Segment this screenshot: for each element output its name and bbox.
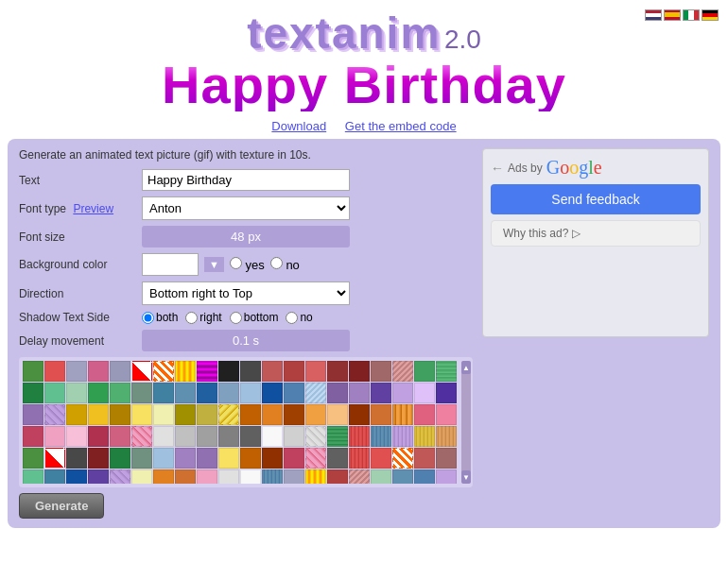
texture-cell[interactable] — [175, 404, 196, 425]
texture-cell[interactable] — [305, 426, 326, 447]
flag-it[interactable] — [683, 9, 700, 21]
why-this-ad-button[interactable]: Why this ad? ▷ — [491, 220, 701, 247]
texture-cell[interactable] — [131, 426, 152, 447]
texture-cell[interactable] — [240, 404, 261, 425]
texture-cell[interactable] — [66, 426, 87, 447]
texture-cell[interactable] — [131, 404, 152, 425]
texture-cell[interactable] — [327, 448, 348, 469]
texture-cell[interactable] — [305, 383, 326, 403]
texture-cell[interactable] — [414, 469, 435, 484]
texture-cell[interactable] — [175, 426, 196, 447]
texture-cell[interactable] — [414, 361, 435, 382]
texture-cell[interactable] — [44, 426, 65, 447]
texture-cell[interactable] — [392, 426, 413, 447]
texture-cell[interactable] — [371, 404, 391, 425]
texture-cell[interactable] — [371, 361, 391, 382]
texture-cell[interactable] — [44, 469, 65, 484]
texture-cell[interactable] — [175, 361, 196, 382]
texture-cell[interactable] — [131, 448, 152, 469]
texture-cell[interactable] — [23, 426, 43, 447]
texture-cell[interactable] — [110, 404, 130, 425]
texture-cell[interactable] — [327, 426, 348, 447]
texture-cell[interactable] — [349, 404, 370, 425]
texture-cell[interactable] — [44, 383, 65, 403]
texture-cell[interactable] — [175, 383, 196, 403]
texture-cell[interactable] — [197, 383, 217, 403]
texture-cell[interactable] — [284, 469, 304, 484]
shadow-right-radio[interactable] — [185, 312, 198, 324]
texture-cell[interactable] — [284, 426, 304, 447]
texture-cell[interactable] — [305, 361, 326, 382]
texture-cell[interactable] — [131, 361, 152, 382]
shadow-both-radio[interactable] — [142, 312, 154, 324]
texture-cell[interactable] — [23, 404, 43, 425]
texture-cell[interactable] — [218, 383, 239, 403]
texture-cell[interactable] — [66, 361, 87, 382]
texture-cell[interactable] — [284, 361, 304, 382]
texture-cell[interactable] — [436, 469, 457, 484]
texture-cell[interactable] — [218, 404, 239, 425]
texture-cell[interactable] — [371, 469, 391, 484]
texture-cell[interactable] — [327, 383, 348, 403]
send-feedback-button[interactable]: Send feedback — [491, 184, 701, 214]
texture-cell[interactable] — [240, 383, 261, 403]
texture-cell[interactable] — [392, 448, 413, 469]
texture-cell[interactable] — [23, 448, 43, 469]
texture-cell[interactable] — [305, 469, 326, 484]
shadow-bottom-radio[interactable] — [230, 312, 242, 324]
texture-cell[interactable] — [240, 469, 261, 484]
texture-cell[interactable] — [110, 361, 130, 382]
texture-cell[interactable] — [66, 383, 87, 403]
texture-cell[interactable] — [175, 469, 196, 484]
texture-cell[interactable] — [153, 448, 174, 469]
texture-cell[interactable] — [110, 469, 130, 484]
texture-cell[interactable] — [131, 383, 152, 403]
flag-us[interactable] — [645, 9, 662, 21]
texture-cell[interactable] — [349, 426, 370, 447]
texture-cell[interactable] — [218, 361, 239, 382]
texture-cell[interactable] — [327, 469, 348, 484]
bg-color-dropdown[interactable]: ▼ — [204, 257, 224, 272]
texture-cell[interactable] — [305, 448, 326, 469]
texture-cell[interactable] — [240, 361, 261, 382]
texture-cell[interactable] — [240, 426, 261, 447]
texture-cell[interactable] — [327, 361, 348, 382]
texture-cell[interactable] — [197, 448, 217, 469]
texture-cell[interactable] — [240, 448, 261, 469]
texture-cell[interactable] — [23, 383, 43, 403]
texture-cell[interactable] — [262, 404, 283, 425]
font-preview-link[interactable]: Preview — [73, 202, 113, 215]
texture-cell[interactable] — [262, 383, 283, 403]
texture-cell[interactable] — [262, 469, 283, 484]
texture-cell[interactable] — [153, 469, 174, 484]
direction-select[interactable]: Bottom right to Top Left to Right Right … — [142, 282, 350, 305]
texture-cell[interactable] — [392, 469, 413, 484]
texture-cell[interactable] — [66, 448, 87, 469]
texture-cell[interactable] — [436, 383, 457, 403]
flag-de[interactable] — [702, 9, 719, 21]
texture-cell[interactable] — [284, 448, 304, 469]
texture-cell[interactable] — [392, 404, 413, 425]
bg-color-input[interactable] — [142, 253, 199, 276]
texture-cell[interactable] — [153, 361, 174, 382]
scroll-down-arrow[interactable]: ▼ — [461, 470, 471, 484]
texture-cell[interactable] — [284, 383, 304, 403]
texture-cell[interactable] — [110, 383, 130, 403]
text-input[interactable] — [142, 169, 350, 191]
texture-cell[interactable] — [175, 448, 196, 469]
texture-cell[interactable] — [66, 404, 87, 425]
texture-cell[interactable] — [88, 361, 109, 382]
texture-cell[interactable] — [436, 361, 457, 382]
texture-cell[interactable] — [153, 404, 174, 425]
generate-button[interactable]: Generate — [19, 493, 104, 519]
texture-cell[interactable] — [44, 448, 65, 469]
texture-cell[interactable] — [262, 448, 283, 469]
language-flags[interactable] — [645, 9, 719, 21]
texture-scrollbar[interactable]: ▲ ▼ — [461, 361, 471, 484]
texture-cell[interactable] — [414, 404, 435, 425]
texture-cell[interactable] — [66, 469, 87, 484]
texture-cell[interactable] — [436, 404, 457, 425]
back-arrow-icon[interactable]: ← — [491, 161, 504, 176]
texture-cell[interactable] — [371, 448, 391, 469]
texture-cell[interactable] — [371, 426, 391, 447]
